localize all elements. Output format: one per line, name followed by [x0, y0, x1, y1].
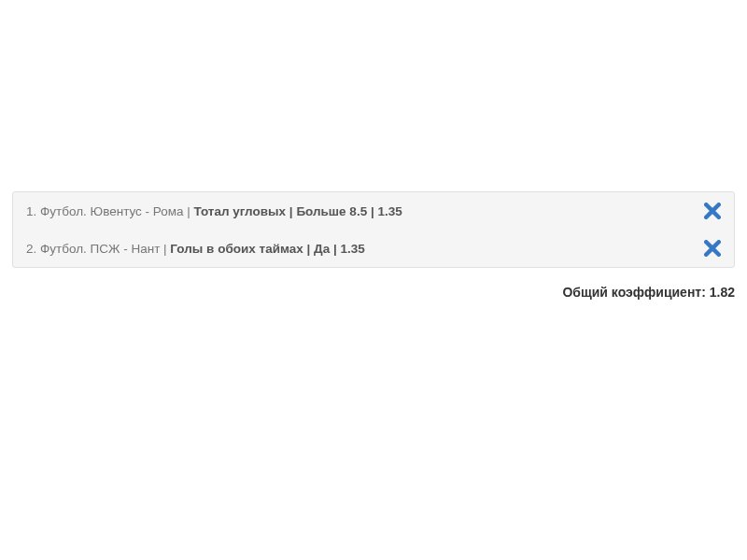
remove-bet-icon[interactable]: [704, 240, 721, 257]
bet-odds: 1.35: [341, 242, 365, 256]
bet-selection: Больше 8.5: [296, 204, 367, 218]
bet-prefix: 2. Футбол. ПСЖ - Нант |: [26, 242, 170, 256]
bet-text: 2. Футбол. ПСЖ - Нант | Голы в обоих тай…: [26, 242, 704, 256]
total-coefficient: Общий коэффициент: 1.82: [562, 285, 735, 300]
bet-prefix: 1. Футбол. Ювентус - Рома |: [26, 204, 194, 218]
remove-bet-icon[interactable]: [704, 203, 721, 219]
bet-row: 2. Футбол. ПСЖ - Нант | Голы в обоих тай…: [13, 230, 734, 267]
bet-slip-panel: 1. Футбол. Ювентус - Рома | Тотал угловы…: [12, 191, 735, 268]
bet-odds: 1.35: [377, 204, 402, 218]
bet-sep: |: [286, 204, 296, 218]
total-value: 1.82: [710, 285, 735, 300]
bet-text: 1. Футбол. Ювентус - Рома | Тотал угловы…: [26, 204, 704, 218]
bet-sep: |: [367, 204, 377, 218]
bet-sep: |: [303, 242, 314, 256]
total-label: Общий коэффициент:: [562, 285, 709, 300]
bet-selection: Да: [314, 242, 330, 256]
bet-sep: |: [330, 242, 340, 256]
bet-market: Голы в обоих таймах: [170, 242, 303, 256]
bet-row: 1. Футбол. Ювентус - Рома | Тотал угловы…: [13, 192, 734, 230]
bet-market: Тотал угловых: [194, 204, 287, 218]
